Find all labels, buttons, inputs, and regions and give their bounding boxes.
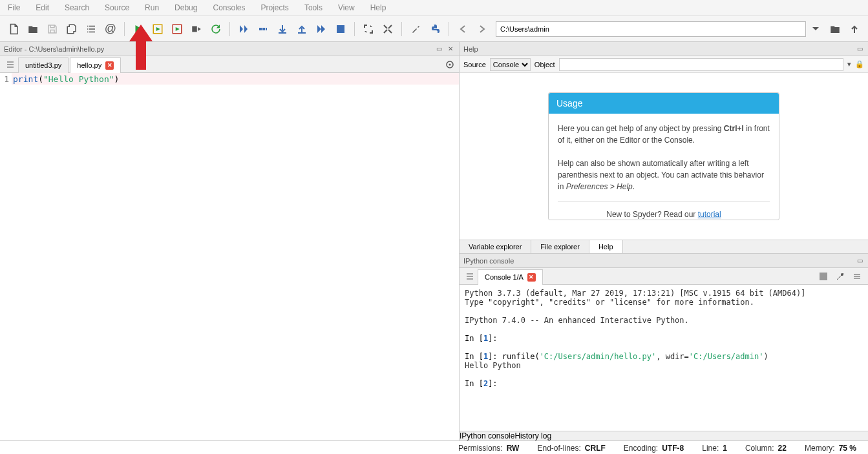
save-file-icon[interactable] [44, 21, 61, 37]
rerun-icon[interactable] [207, 21, 224, 37]
editor-body[interactable]: 1 print("Hello Python") [0, 73, 459, 440]
menu-edit[interactable]: Edit [28, 1, 57, 14]
run-cell-icon[interactable] [149, 21, 166, 37]
new-file-icon[interactable] [5, 21, 22, 37]
tab-variable-explorer[interactable]: Variable explorer [460, 240, 531, 253]
status-permissions: Permissions:RW [458, 444, 519, 453]
help-para1: Here you can get help of any object by p… [558, 123, 770, 146]
python-path-icon[interactable] [427, 21, 443, 37]
line-gutter: 1 [0, 73, 12, 440]
status-bar: Permissions:RW End-of-lines:CRLF Encodin… [0, 440, 868, 454]
help-pane-header: Help ▭ [460, 42, 868, 56]
editor-tabs: untitled3.py hello.py ✕ [0, 56, 459, 73]
code-area[interactable]: print("Hello Python") [12, 73, 459, 440]
svg-rect-4 [262, 28, 265, 30]
help-bottom-tabs: Variable explorer File explorer Help [460, 240, 868, 253]
nav-forward-icon[interactable] [474, 21, 491, 37]
console-stop-icon[interactable] [818, 271, 829, 282]
right-pane: Help ▭ Source Console Object ▾ 🔒 Usage H… [460, 42, 868, 440]
tab-file-explorer[interactable]: File explorer [531, 240, 589, 253]
tutorial-link[interactable]: tutorial [698, 210, 721, 219]
status-memory: Memory:75 % [805, 444, 856, 453]
parent-dir-icon[interactable] [846, 21, 863, 37]
pane-close-icon[interactable]: ✕ [446, 45, 455, 54]
menu-file[interactable]: File [0, 1, 28, 14]
tab-history-log[interactable]: History log [514, 431, 551, 440]
svg-rect-3 [259, 28, 262, 30]
editor-tab-hello[interactable]: hello.py ✕ [70, 57, 121, 73]
console-options-icon[interactable] [851, 271, 863, 282]
tab-ipython-console[interactable]: IPython console [460, 431, 514, 440]
console-bottom-tabs: IPython console History log [460, 431, 868, 440]
fullscreen-icon[interactable] [379, 21, 396, 37]
menu-view[interactable]: View [330, 1, 363, 14]
object-input[interactable] [559, 58, 843, 71]
menu-help[interactable]: Help [363, 1, 394, 14]
svg-rect-2 [192, 26, 197, 32]
path-dropdown-icon[interactable] [807, 21, 824, 37]
debug-step-icon[interactable] [235, 21, 252, 37]
working-directory-input[interactable] [496, 21, 806, 37]
preferences-icon[interactable] [407, 21, 424, 37]
source-select[interactable]: Console [490, 58, 531, 71]
menu-bar: File Edit Search Source Run Debug Consol… [0, 0, 868, 16]
pane-undock-icon[interactable]: ▭ [855, 45, 864, 54]
menu-projects[interactable]: Projects [253, 1, 297, 14]
editor-pane: Editor - C:\Users\admin\hello.py ▭ ✕ unt… [0, 42, 460, 440]
editor-tab-untitled3[interactable]: untitled3.py [18, 57, 69, 73]
lock-icon[interactable]: 🔒 [855, 60, 864, 68]
help-para2: Help can also be shown automatically aft… [558, 158, 770, 192]
run-icon[interactable] [130, 21, 147, 37]
browse-folder-icon[interactable] [827, 21, 843, 37]
tab-list-icon[interactable] [4, 58, 17, 71]
console-pane-header: IPython console ▭ [460, 254, 868, 268]
pane-undock-icon[interactable]: ▭ [855, 256, 864, 265]
debug-stop-icon[interactable] [332, 21, 349, 37]
menu-search[interactable]: Search [57, 1, 97, 14]
nav-back-icon[interactable] [454, 21, 471, 37]
tab-help[interactable]: Help [589, 240, 623, 253]
at-icon[interactable]: @ [102, 21, 119, 37]
editor-pane-title: Editor - C:\Users\admin\hello.py [4, 45, 104, 53]
save-all-icon[interactable] [63, 21, 80, 37]
status-eol: End-of-lines:CRLF [537, 444, 605, 453]
help-source-row: Source Console Object ▾ 🔒 [460, 56, 868, 73]
console-clear-icon[interactable] [834, 271, 846, 282]
tab-label: hello.py [77, 61, 101, 69]
menu-run[interactable]: Run [137, 1, 167, 14]
svg-rect-5 [266, 28, 267, 30]
debug-stepinto-icon[interactable] [274, 21, 291, 37]
debug-run-icon[interactable] [255, 21, 271, 37]
menu-debug[interactable]: Debug [167, 1, 205, 14]
object-dropdown-icon[interactable]: ▾ [847, 60, 851, 68]
debug-stepout-icon[interactable] [293, 21, 310, 37]
help-body: Usage Here you can get help of any objec… [460, 73, 868, 240]
console-tabs: Console 1/A ✕ [460, 268, 868, 285]
object-label: Object [535, 61, 555, 68]
console-list-icon[interactable] [463, 270, 476, 283]
console-output[interactable]: Python 3.7.3 (default, Mar 27 2019, 17:1… [460, 285, 868, 431]
run-selection-icon[interactable] [188, 21, 205, 37]
source-label: Source [463, 61, 486, 68]
tab-label: untitled3.py [25, 61, 61, 69]
open-file-icon[interactable] [25, 21, 41, 37]
debug-continue-icon[interactable] [313, 21, 330, 37]
help-card-title: Usage [549, 93, 779, 114]
console-pane: IPython console ▭ Console 1/A ✕ Python [460, 253, 868, 440]
close-tab-icon[interactable]: ✕ [105, 61, 114, 70]
pane-undock-icon[interactable]: ▭ [434, 45, 443, 54]
run-cell-advance-icon[interactable] [169, 21, 185, 37]
help-usage-card: Usage Here you can get help of any objec… [548, 92, 779, 220]
editor-pane-header: Editor - C:\Users\admin\hello.py ▭ ✕ [0, 42, 459, 56]
menu-tools[interactable]: Tools [297, 1, 330, 14]
console-pane-title: IPython console [463, 257, 514, 265]
maximize-pane-icon[interactable] [360, 21, 377, 37]
status-column: Column:22 [745, 444, 787, 453]
editor-options-icon[interactable] [443, 58, 456, 71]
menu-consoles[interactable]: Consoles [205, 1, 253, 14]
console-tab-1a[interactable]: Console 1/A ✕ [478, 269, 543, 285]
menu-source[interactable]: Source [97, 1, 137, 14]
svg-point-7 [433, 25, 434, 26]
list-icon[interactable] [83, 21, 100, 37]
close-tab-icon[interactable]: ✕ [527, 273, 536, 282]
